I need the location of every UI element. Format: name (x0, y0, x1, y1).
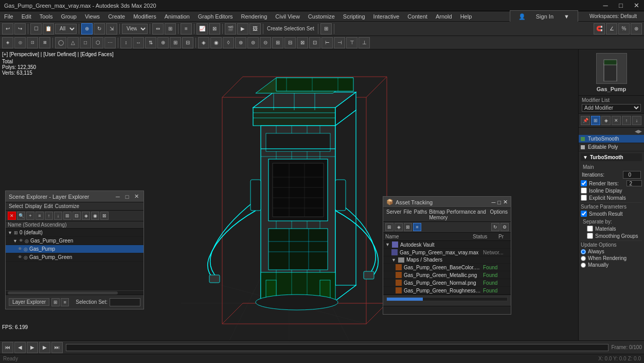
at-options-btn[interactable]: ⚙ (500, 223, 509, 231)
at-minimize-button[interactable]: ─ (492, 199, 496, 205)
tool15[interactable]: ⊟ (182, 37, 193, 48)
se-btn6[interactable]: ◈ (82, 212, 90, 220)
scene-explorer-content[interactable]: ▼ ⊞ 0 (default) ▼ 👁 ◎ Gas_Pump_Green 👁 ◎… (6, 229, 144, 290)
at-menu-paths[interactable]: Paths (414, 209, 427, 220)
menu-modifiers[interactable]: Modifiers (129, 11, 160, 22)
align-button[interactable]: ⊞ (165, 23, 176, 34)
se-btn3[interactable]: ↓ (54, 212, 62, 220)
menu-graph-editors[interactable]: Graph Editors (194, 11, 237, 22)
menu-create[interactable]: Create (104, 11, 129, 22)
undo-button[interactable]: ↩ (2, 23, 13, 34)
tool5[interactable]: ◯ (55, 37, 66, 48)
tool19[interactable]: ⊛ (235, 37, 246, 48)
menu-help[interactable]: Help (456, 11, 476, 22)
tool29[interactable]: ⊥ (359, 37, 370, 48)
menu-edit[interactable]: Edit (17, 11, 35, 22)
modifier-visibility-icon2[interactable] (581, 145, 585, 149)
se-btn2[interactable]: ↑ (45, 212, 53, 220)
spinner-snap[interactable]: ⊛ (631, 23, 642, 34)
tool6[interactable]: △ (67, 37, 79, 48)
tool8[interactable]: ⬡ (92, 37, 103, 48)
at-item-normal[interactable]: Gas_Pump_Green_Normal.png Found (383, 279, 511, 287)
modifier-visibility-icon[interactable] (581, 137, 585, 141)
tool27[interactable]: ⊣ (334, 37, 345, 48)
se-btn4[interactable]: ⊞ (63, 212, 71, 220)
timeline-bar[interactable] (66, 344, 609, 351)
menu-scripting[interactable]: Scripting (339, 11, 369, 22)
se-btn5[interactable]: ⊟ (73, 212, 81, 220)
tool2[interactable]: ◎ (14, 37, 26, 48)
tool12[interactable]: ⇅ (145, 37, 156, 48)
at-item-vault[interactable]: ▼ Autodesk Vault (383, 241, 511, 249)
at-menu-file[interactable]: File (403, 209, 412, 220)
se-item-gas-pump-green-layer[interactable]: ▼ 👁 ◎ Gas_Pump_Green (6, 237, 144, 245)
se-menu-select[interactable]: Select (9, 203, 23, 209)
at-tool1[interactable]: ⊞ (385, 223, 393, 231)
tool7[interactable]: □ (80, 37, 91, 48)
pin-modifier-button[interactable]: 📌 (581, 116, 590, 125)
menu-interactive[interactable]: Interactive (369, 11, 404, 22)
at-item-basecolor[interactable]: Gas_Pump_Green_BaseColor.png Found (383, 264, 511, 271)
tool22[interactable]: ⊞ (272, 37, 283, 48)
modifier-show-button[interactable]: ◈ (601, 116, 611, 125)
modifier-mode-button[interactable]: ⊞ (591, 116, 600, 125)
se-item-gas-pump[interactable]: 👁 ◎ Gas_Pump (6, 245, 144, 253)
asset-tracking-content[interactable]: ▼ Autodesk Vault Gas_Pump_Green_max_vray… (383, 241, 511, 295)
at-item-maps-folder[interactable]: ▼ Maps / Shaders (383, 256, 511, 264)
se-btn8[interactable]: ⊠ (100, 212, 109, 220)
tool28[interactable]: ⊤ (346, 37, 357, 48)
at-menu-server[interactable]: Server (386, 209, 401, 220)
visibility-icon[interactable]: 👁 (19, 238, 23, 243)
mirror-button[interactable]: ⇔ (152, 23, 164, 34)
select-by-name-button[interactable]: 📋 (43, 23, 54, 34)
at-menu-bitmap[interactable]: Bitmap Performance and Memory (429, 209, 488, 220)
modifier-editable-poly[interactable]: Editable Poly (579, 143, 644, 151)
redo-button[interactable]: ↪ (14, 23, 26, 34)
se-menu-customize[interactable]: Customize (55, 203, 79, 209)
at-close-button[interactable]: ✕ (503, 199, 508, 205)
last-frame-button[interactable]: ⏭ (51, 342, 63, 353)
menu-group[interactable]: Group (57, 11, 81, 22)
tool23[interactable]: ⊟ (284, 37, 296, 48)
tool14[interactable]: ⊞ (170, 37, 181, 48)
render-button[interactable]: ▶ (237, 23, 248, 34)
tool25[interactable]: ⊡ (309, 37, 320, 48)
viewport[interactable]: [+] [Perspective] | [User Defined] | [Ed… (0, 49, 578, 340)
selection-filter[interactable]: All (55, 24, 77, 34)
visibility-icon[interactable]: 👁 (18, 255, 22, 260)
explicit-normals-checkbox[interactable] (581, 195, 587, 201)
close-button[interactable]: ✕ (629, 0, 644, 11)
tool13[interactable]: ⊕ (157, 37, 169, 48)
at-restore-button[interactable]: □ (497, 199, 501, 205)
tool16[interactable]: ◈ (198, 37, 209, 48)
materials-checkbox[interactable] (587, 226, 593, 232)
visibility-icon[interactable]: 👁 (18, 247, 22, 251)
menu-animation[interactable]: Animation (160, 11, 194, 22)
angle-snap[interactable]: ∠ (606, 23, 617, 34)
next-frame-button[interactable]: ▶ (39, 342, 50, 353)
at-item-roughness[interactable]: Gas_Pump_Green_Roughness.png Found (383, 287, 511, 295)
tool17[interactable]: ◉ (210, 37, 222, 48)
prev-frame-button[interactable]: ◀ (14, 342, 26, 353)
select-move-button[interactable]: ⊕ (81, 23, 93, 34)
play-anim-button[interactable]: ▶ (27, 342, 38, 353)
smoothing-groups-checkbox[interactable] (587, 233, 593, 239)
tool21[interactable]: ⊝ (260, 37, 271, 48)
menu-views[interactable]: Views (81, 11, 104, 22)
modifier-list-dropdown[interactable]: Add Modifier (582, 104, 641, 112)
at-item-scene[interactable]: Gas_Pump_Green_max_vray.max Networ... (383, 249, 511, 256)
se-item-layer-default[interactable]: ▼ ⊞ 0 (default) (6, 229, 144, 237)
turbosmooth-header[interactable]: ▼ TurboSmooth (581, 153, 642, 161)
iterations-input[interactable] (623, 171, 641, 179)
se-minimize-button[interactable]: ─ (114, 193, 122, 201)
render-iters-checkbox[interactable] (581, 180, 587, 186)
layer-explore-icon2[interactable]: ≡ (61, 298, 69, 306)
tool3[interactable]: ⊡ (27, 37, 38, 48)
se-search-btn[interactable]: 🔍 (17, 212, 25, 220)
at-tool4[interactable]: ≡ (413, 223, 421, 231)
render-frame-button[interactable]: 🖼 (249, 23, 261, 34)
scale-button[interactable]: ⇲ (106, 23, 117, 34)
menu-tools[interactable]: Tools (35, 11, 57, 22)
tool4[interactable]: ⊠ (39, 37, 50, 48)
maximize-button[interactable]: □ (613, 0, 629, 11)
